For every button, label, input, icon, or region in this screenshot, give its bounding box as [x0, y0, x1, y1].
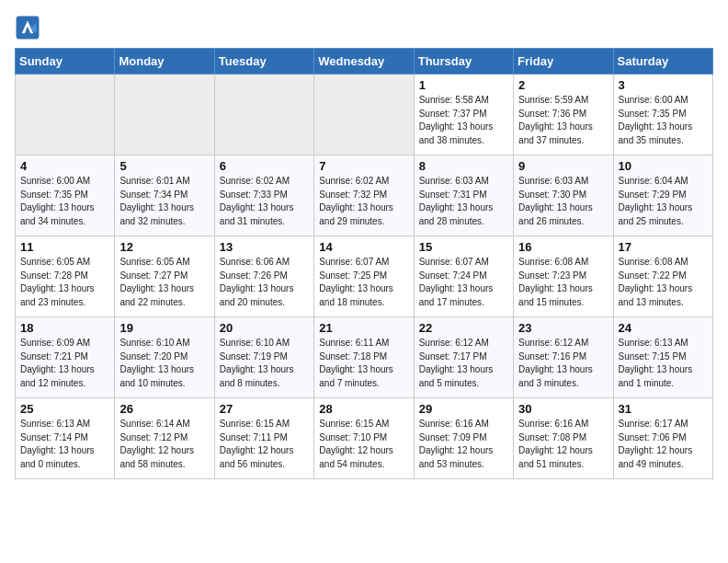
cell-day-number: 25: [20, 402, 109, 416]
calendar-cell: 21Sunrise: 6:11 AM Sunset: 7:18 PM Dayli…: [314, 317, 414, 398]
cell-info: Sunrise: 6:14 AM Sunset: 7:12 PM Dayligh…: [119, 418, 209, 471]
weekday-header-thursday: Thursday: [414, 49, 513, 75]
cell-info: Sunrise: 6:15 AM Sunset: 7:11 PM Dayligh…: [220, 418, 309, 471]
logo: [15, 15, 44, 40]
cell-info: Sunrise: 6:02 AM Sunset: 7:32 PM Dayligh…: [319, 175, 408, 228]
calendar-cell: 8Sunrise: 6:03 AM Sunset: 7:31 PM Daylig…: [414, 155, 513, 236]
cell-day-number: 5: [119, 159, 209, 173]
calendar-cell: 3Sunrise: 6:00 AM Sunset: 7:35 PM Daylig…: [613, 75, 712, 155]
cell-day-number: 8: [419, 159, 508, 173]
cell-info: Sunrise: 6:09 AM Sunset: 7:21 PM Dayligh…: [20, 337, 109, 390]
cell-day-number: 10: [619, 159, 708, 173]
calendar-cell: 6Sunrise: 6:02 AM Sunset: 7:33 PM Daylig…: [214, 155, 313, 236]
calendar-week-row: 4Sunrise: 6:00 AM Sunset: 7:35 PM Daylig…: [16, 155, 713, 236]
cell-info: Sunrise: 6:07 AM Sunset: 7:25 PM Dayligh…: [319, 256, 408, 309]
cell-info: Sunrise: 6:13 AM Sunset: 7:15 PM Dayligh…: [619, 337, 708, 390]
calendar-cell: 18Sunrise: 6:09 AM Sunset: 7:21 PM Dayli…: [16, 317, 115, 398]
weekday-header-tuesday: Tuesday: [214, 49, 313, 75]
weekday-header-sunday: Sunday: [16, 49, 115, 75]
cell-day-number: 6: [220, 159, 309, 173]
calendar-cell: 27Sunrise: 6:15 AM Sunset: 7:11 PM Dayli…: [214, 398, 313, 479]
weekday-header-friday: Friday: [514, 49, 613, 75]
cell-day-number: 20: [220, 321, 309, 335]
cell-info: Sunrise: 6:17 AM Sunset: 7:06 PM Dayligh…: [619, 418, 708, 471]
cell-info: Sunrise: 6:12 AM Sunset: 7:17 PM Dayligh…: [419, 337, 508, 390]
calendar-cell: 23Sunrise: 6:12 AM Sunset: 7:16 PM Dayli…: [514, 317, 613, 398]
calendar-cell: [214, 75, 313, 155]
calendar-cell: 28Sunrise: 6:15 AM Sunset: 7:10 PM Dayli…: [314, 398, 414, 479]
calendar-cell: 17Sunrise: 6:08 AM Sunset: 7:22 PM Dayli…: [613, 236, 712, 317]
calendar-week-row: 18Sunrise: 6:09 AM Sunset: 7:21 PM Dayli…: [16, 317, 713, 398]
calendar-week-row: 25Sunrise: 6:13 AM Sunset: 7:14 PM Dayli…: [16, 398, 713, 479]
cell-day-number: 23: [518, 321, 608, 335]
cell-day-number: 22: [419, 321, 508, 335]
calendar-header-row: SundayMondayTuesdayWednesdayThursdayFrid…: [16, 49, 713, 75]
cell-day-number: 15: [419, 240, 508, 254]
calendar-cell: 26Sunrise: 6:14 AM Sunset: 7:12 PM Dayli…: [115, 398, 214, 479]
calendar-cell: [16, 75, 115, 155]
header: [15, 15, 713, 40]
calendar-cell: 10Sunrise: 6:04 AM Sunset: 7:29 PM Dayli…: [613, 155, 712, 236]
cell-day-number: 12: [119, 240, 209, 254]
cell-day-number: 24: [619, 321, 708, 335]
calendar-cell: 5Sunrise: 6:01 AM Sunset: 7:34 PM Daylig…: [115, 155, 214, 236]
cell-day-number: 2: [518, 78, 608, 92]
calendar-cell: 16Sunrise: 6:08 AM Sunset: 7:23 PM Dayli…: [514, 236, 613, 317]
cell-info: Sunrise: 6:16 AM Sunset: 7:09 PM Dayligh…: [419, 418, 508, 471]
calendar-cell: 7Sunrise: 6:02 AM Sunset: 7:32 PM Daylig…: [314, 155, 414, 236]
calendar-cell: 19Sunrise: 6:10 AM Sunset: 7:20 PM Dayli…: [115, 317, 214, 398]
cell-info: Sunrise: 6:01 AM Sunset: 7:34 PM Dayligh…: [119, 175, 209, 228]
cell-day-number: 16: [518, 240, 608, 254]
calendar-week-row: 11Sunrise: 6:05 AM Sunset: 7:28 PM Dayli…: [16, 236, 713, 317]
cell-day-number: 9: [518, 159, 608, 173]
cell-day-number: 28: [319, 402, 408, 416]
cell-info: Sunrise: 6:13 AM Sunset: 7:14 PM Dayligh…: [20, 418, 109, 471]
cell-day-number: 17: [619, 240, 708, 254]
cell-day-number: 1: [419, 78, 508, 92]
cell-info: Sunrise: 6:12 AM Sunset: 7:16 PM Dayligh…: [518, 337, 608, 390]
weekday-header-wednesday: Wednesday: [314, 49, 414, 75]
cell-day-number: 7: [319, 159, 408, 173]
calendar-cell: 31Sunrise: 6:17 AM Sunset: 7:06 PM Dayli…: [613, 398, 712, 479]
cell-day-number: 19: [119, 321, 209, 335]
cell-info: Sunrise: 6:03 AM Sunset: 7:31 PM Dayligh…: [419, 175, 508, 228]
cell-day-number: 31: [619, 402, 708, 416]
cell-info: Sunrise: 6:06 AM Sunset: 7:26 PM Dayligh…: [220, 256, 309, 309]
cell-info: Sunrise: 6:16 AM Sunset: 7:08 PM Dayligh…: [518, 418, 608, 471]
cell-day-number: 30: [518, 402, 608, 416]
cell-day-number: 26: [119, 402, 209, 416]
weekday-header-monday: Monday: [115, 49, 214, 75]
cell-info: Sunrise: 6:10 AM Sunset: 7:20 PM Dayligh…: [119, 337, 209, 390]
cell-info: Sunrise: 6:05 AM Sunset: 7:27 PM Dayligh…: [119, 256, 209, 309]
cell-info: Sunrise: 6:07 AM Sunset: 7:24 PM Dayligh…: [419, 256, 508, 309]
calendar-cell: 15Sunrise: 6:07 AM Sunset: 7:24 PM Dayli…: [414, 236, 513, 317]
cell-info: Sunrise: 6:04 AM Sunset: 7:29 PM Dayligh…: [619, 175, 708, 228]
calendar: SundayMondayTuesdayWednesdayThursdayFrid…: [15, 48, 713, 479]
weekday-header-saturday: Saturday: [613, 49, 712, 75]
cell-info: Sunrise: 6:15 AM Sunset: 7:10 PM Dayligh…: [319, 418, 408, 471]
cell-day-number: 29: [419, 402, 508, 416]
calendar-cell: [314, 75, 414, 155]
cell-info: Sunrise: 5:58 AM Sunset: 7:37 PM Dayligh…: [419, 94, 508, 147]
cell-info: Sunrise: 6:00 AM Sunset: 7:35 PM Dayligh…: [619, 94, 708, 147]
logo-icon: [15, 15, 40, 40]
calendar-cell: 11Sunrise: 6:05 AM Sunset: 7:28 PM Dayli…: [16, 236, 115, 317]
cell-day-number: 13: [220, 240, 309, 254]
cell-day-number: 18: [20, 321, 109, 335]
calendar-cell: 20Sunrise: 6:10 AM Sunset: 7:19 PM Dayli…: [214, 317, 313, 398]
calendar-cell: 30Sunrise: 6:16 AM Sunset: 7:08 PM Dayli…: [514, 398, 613, 479]
cell-day-number: 4: [20, 159, 109, 173]
cell-info: Sunrise: 6:08 AM Sunset: 7:22 PM Dayligh…: [619, 256, 708, 309]
cell-info: Sunrise: 6:11 AM Sunset: 7:18 PM Dayligh…: [319, 337, 408, 390]
cell-info: Sunrise: 6:08 AM Sunset: 7:23 PM Dayligh…: [518, 256, 608, 309]
cell-day-number: 27: [220, 402, 309, 416]
cell-info: Sunrise: 5:59 AM Sunset: 7:36 PM Dayligh…: [518, 94, 608, 147]
cell-day-number: 3: [619, 78, 708, 92]
cell-info: Sunrise: 6:02 AM Sunset: 7:33 PM Dayligh…: [220, 175, 309, 228]
cell-info: Sunrise: 6:05 AM Sunset: 7:28 PM Dayligh…: [20, 256, 109, 309]
cell-info: Sunrise: 6:10 AM Sunset: 7:19 PM Dayligh…: [220, 337, 309, 390]
calendar-cell: 2Sunrise: 5:59 AM Sunset: 7:36 PM Daylig…: [514, 75, 613, 155]
calendar-cell: 22Sunrise: 6:12 AM Sunset: 7:17 PM Dayli…: [414, 317, 513, 398]
calendar-cell: 13Sunrise: 6:06 AM Sunset: 7:26 PM Dayli…: [214, 236, 313, 317]
calendar-cell: 12Sunrise: 6:05 AM Sunset: 7:27 PM Dayli…: [115, 236, 214, 317]
